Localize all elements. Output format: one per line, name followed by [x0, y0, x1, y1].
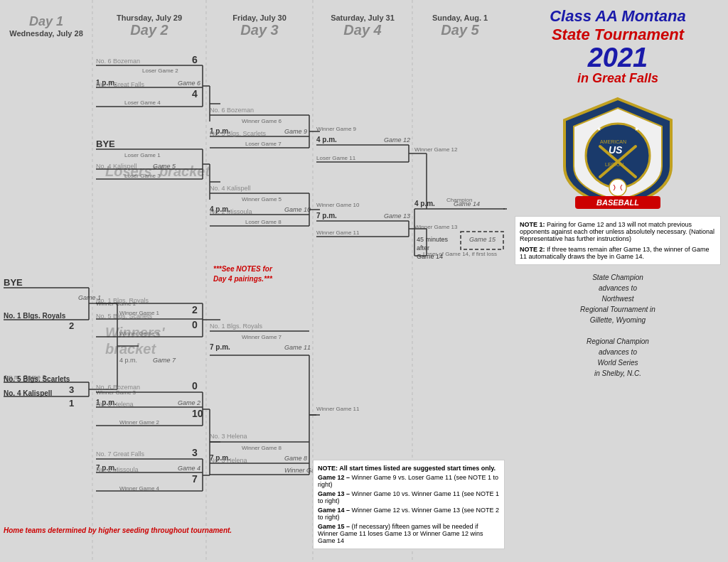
svg-text:Loser Game 2: Loser Game 2: [142, 67, 178, 74]
svg-text:Loser Game 3: Loser Game 3: [124, 173, 161, 179]
notes-all-times: NOTE: All start times listed are suggest…: [318, 465, 500, 472]
no7-gf-seed: No. 7 Great Falls: [96, 81, 145, 88]
no5-scarlets-loser7: No. 5 Blgs. Scarlets: [210, 130, 267, 137]
svg-text:Game 8: Game 8: [284, 455, 307, 462]
note-game13: Game 13 – Winner Game 10 vs. Winner Game…: [318, 490, 500, 504]
svg-point-149: [586, 124, 650, 188]
svg-text:Game 9: Game 9: [284, 128, 307, 135]
no6-boz-g2: No. 6 Bozeman: [96, 384, 140, 391]
note-game12: Game 12 – Winner Game 9 vs. Loser Game 1…: [318, 474, 500, 488]
svg-text:7: 7: [192, 473, 198, 485]
title-block: Class AA Montana State Tournament 2021 i…: [550, 7, 686, 86]
svg-text:3: 3: [69, 384, 74, 395]
svg-text:Winner Game 6: Winner Game 6: [242, 118, 282, 124]
svg-text:10: 10: [192, 408, 203, 419]
svg-text:Day 4 pairings.***: Day 4 pairings.***: [213, 275, 273, 283]
svg-text:Winner Game 12: Winner Game 12: [414, 146, 458, 153]
svg-text:Loser Game 11: Loser Game 11: [316, 155, 356, 161]
svg-text:AMERICAN: AMERICAN: [600, 139, 626, 144]
svg-text:4 p.m.: 4 p.m.: [414, 200, 435, 207]
main-container: Day 1 Wednesday, July 28 Thursday, July …: [0, 0, 728, 562]
svg-text:Game 2: Game 2: [178, 399, 200, 406]
no2-missoula-g4: No. 2 Missoula: [96, 466, 139, 473]
team-blgs-royals-g1: No. 1 Blgs. Royals: [4, 312, 66, 320]
team-scarlets-g3: No. 5 Blgs. Scarlets: [4, 375, 70, 383]
svg-text:bracket: bracket: [105, 341, 156, 357]
american-legion-logo: ★ ★ US AMERICAN LEGION BASEBALL: [561, 95, 675, 209]
svg-text:4 p.m.: 4 p.m.: [316, 136, 337, 144]
svg-text:Winner Game 3: Winner Game 3: [119, 330, 160, 337]
no2-missoula-loser8: No. 2 Missoula: [210, 208, 252, 215]
svg-text:6: 6: [192, 54, 198, 65]
svg-text:0: 0: [192, 380, 198, 391]
note-game15: Game 15 – (If necessary) fifteen games w…: [318, 523, 500, 544]
svg-point-157: [609, 179, 626, 196]
no6-bozeman-seed: No. 6 Bozeman: [96, 58, 140, 65]
side-note1: NOTE 1: Pairing for Game 12 and 13 will …: [520, 221, 716, 242]
no1-blgs-royals-g7: No. 1 Blgs. Royals: [96, 297, 149, 304]
svg-text:45 minutes: 45 minutes: [417, 236, 449, 243]
team-kalispell-g3: No. 4 Kalispell: [4, 389, 53, 397]
no6-boz-winner-g6: No. 6 Bozeman: [210, 107, 254, 114]
svg-text:3: 3: [192, 447, 198, 458]
svg-text:4: 4: [192, 88, 198, 99]
svg-text:Loser Game 1: Loser Game 1: [124, 152, 161, 158]
svg-text:Winner Game 11: Winner Game 11: [316, 229, 360, 236]
title-location: in Great Falls: [550, 71, 686, 86]
svg-text:Loser Game 4: Loser Game 4: [124, 99, 161, 106]
svg-text:Champion: Champion: [446, 197, 472, 203]
svg-text:Game 11: Game 11: [284, 344, 311, 351]
svg-text:Winner Game 7: Winner Game 7: [242, 334, 282, 340]
side-notes-box: NOTE 1: Pairing for Game 12 and 13 will …: [515, 216, 721, 265]
no1-royals-winner7: No. 1 Blgs. Royals: [210, 323, 263, 330]
no7-gf-g4: No. 7 Great Falls: [96, 450, 145, 458]
no3-helena-g11-bot: No. 3 Helena: [210, 457, 247, 464]
no3-helena-g2: No. 3 Helena: [96, 401, 134, 408]
svg-text:7 p.m.: 7 p.m.: [316, 212, 337, 220]
svg-text:Loser Game 7: Loser Game 7: [245, 141, 282, 147]
svg-text:BASEBALL: BASEBALL: [596, 198, 639, 207]
svg-text:Winner Game 9: Winner Game 9: [316, 126, 357, 132]
title-line1: Class AA Montana: [550, 7, 686, 26]
title-year: 2021: [550, 44, 686, 71]
notes-box: NOTE: All start times listed are suggest…: [313, 460, 505, 549]
svg-text:Game 15: Game 15: [469, 236, 496, 243]
svg-text:Winner Game 8: Winner Game 8: [242, 445, 282, 451]
svg-text:Game 4: Game 4: [178, 465, 200, 472]
svg-text:1: 1: [69, 398, 74, 409]
svg-text:Game 7: Game 7: [153, 357, 176, 364]
svg-text:Game 14: Game 14: [417, 253, 443, 260]
champion-advance-text: State Champion advances to Northwest Reg…: [580, 272, 655, 379]
svg-text:4 p.m.: 4 p.m.: [119, 357, 137, 364]
svg-text:2: 2: [69, 320, 74, 331]
svg-text:Game 10: Game 10: [284, 206, 311, 213]
side-note2: NOTE 2: If three teams remain after Game…: [520, 246, 716, 260]
svg-text:***See NOTES for: ***See NOTES for: [213, 265, 273, 273]
no5-scarlets-g7: No. 5 Blgs. Scarlets: [96, 313, 153, 320]
svg-text:Winner Game 11: Winner Game 11: [316, 406, 360, 412]
no4-kalispell-winner5: No. 4 Kalispell: [210, 185, 251, 192]
svg-text:Game 6: Game 6: [178, 80, 200, 87]
svg-text:★: ★: [596, 126, 601, 132]
svg-text:Winner Game 5: Winner Game 5: [242, 196, 282, 202]
bracket-area: Day 1 Wednesday, July 28 Thursday, July …: [0, 0, 508, 562]
title-line2: State Tournament: [550, 26, 686, 44]
svg-text:Game 12: Game 12: [384, 136, 410, 144]
note-game14: Game 14 – Winner Game 12 vs. Winner Game…: [318, 507, 500, 521]
svg-text:Winner Game 2: Winner Game 2: [119, 419, 160, 426]
svg-text:Winner Game 10: Winner Game 10: [316, 202, 360, 208]
bye-loser1: BYE: [96, 139, 115, 149]
svg-text:2: 2: [192, 304, 198, 315]
svg-text:0: 0: [192, 319, 198, 330]
svg-text:7 p.m.: 7 p.m.: [210, 343, 230, 351]
bye-top-label: BYE: [4, 277, 23, 288]
right-panel: Class AA Montana State Tournament 2021 i…: [508, 0, 728, 562]
no4-kalispell-loser: No. 4 Kalispell: [96, 163, 137, 170]
home-teams-note: Home teams determined by higher seeding …: [4, 526, 232, 534]
svg-text:after: after: [417, 244, 429, 252]
no3-helena-winner8: No. 3 Helena: [210, 433, 247, 440]
svg-text:★: ★: [634, 126, 639, 132]
svg-text:Game 13: Game 13: [384, 212, 410, 220]
svg-text:Loser Game 8: Loser Game 8: [245, 219, 282, 225]
